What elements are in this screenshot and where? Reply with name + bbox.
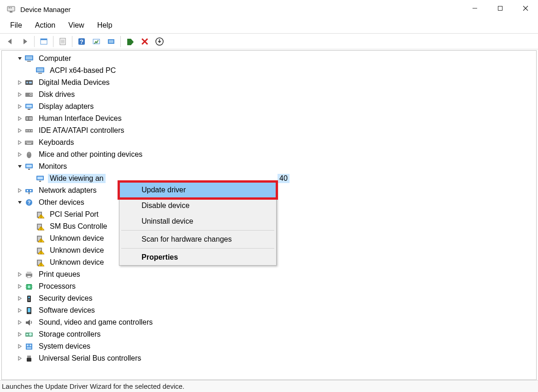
device-category[interactable]: IDE ATA/ATAPI controllers [2,125,536,137]
tree-label[interactable]: Mice and other pointing devices [37,150,144,159]
device-category[interactable]: Processors [2,280,536,292]
system-icon [24,341,34,351]
expand-arrow-icon[interactable] [16,342,24,350]
context-menu-properties[interactable]: Properties [119,249,276,265]
expand-arrow-icon[interactable] [16,306,24,315]
no-arrow [27,66,35,75]
tree-label[interactable]: Monitors [37,162,69,171]
tree-label[interactable]: System devices [37,342,92,351]
tree-label[interactable]: Universal Serial Bus controllers [37,354,143,363]
media-icon [24,77,34,88]
device-category[interactable]: Storage controllers [2,328,536,340]
context-menu-uninstall[interactable]: Uninstall device [119,214,276,229]
tree-label[interactable]: IDE ATA/ATAPI controllers [37,126,126,135]
expand-arrow-icon[interactable] [16,186,24,195]
warn-icon: ! [35,233,45,244]
tree-label[interactable]: Storage controllers [37,330,102,339]
tree-label[interactable]: Unknown device [48,246,106,255]
menu-view[interactable]: View [62,19,90,31]
minimize-button[interactable] [462,0,487,17]
forward-button[interactable] [18,35,31,48]
tree-label[interactable]: Processors [37,282,77,291]
svg-rect-58 [37,177,43,179]
tree-label[interactable]: Print queues [37,270,82,279]
close-button[interactable] [513,0,538,17]
update-driver-button[interactable] [105,35,118,48]
tree-label[interactable]: PCI Serial Port [48,210,101,219]
device-category[interactable]: Software devices [2,304,536,316]
device-category[interactable]: Sound, video and game controllers [2,316,536,328]
expand-arrow-icon[interactable] [16,114,24,123]
maximize-button[interactable] [487,0,513,17]
expand-arrow-icon[interactable] [16,150,24,159]
svg-text:!: ! [41,250,42,255]
device-category[interactable]: Universal Serial Bus controllers [2,352,536,364]
tree-label[interactable]: Wide viewing an [48,174,106,183]
expand-arrow-icon[interactable] [16,318,24,327]
expand-arrow-icon[interactable] [16,270,24,279]
title-bar[interactable]: Device Manager [0,0,538,18]
svg-rect-59 [39,181,41,182]
device-category[interactable]: Print queues [2,268,536,280]
tree-label[interactable]: Display adapters [37,102,95,111]
menu-action[interactable]: Action [29,19,62,31]
back-button[interactable] [4,35,17,48]
device-category[interactable]: Mice and other pointing devices [2,148,536,160]
device-category[interactable]: Monitors [2,160,536,172]
tree-label[interactable]: Keyboards [37,138,76,147]
action-button[interactable] [153,35,166,48]
help-button[interactable]: ? [75,35,88,48]
device-item[interactable]: ACPI x64-based PC [2,65,536,77]
context-menu-scan[interactable]: Scan for hardware changes [119,232,276,247]
tree-label[interactable]: Network adapters [37,186,98,195]
svg-rect-100 [27,344,29,346]
svg-point-95 [29,313,30,314]
device-category[interactable]: Security devices [2,292,536,304]
context-menu-disable[interactable]: Disable device [119,198,276,214]
device-category[interactable]: System devices [2,340,536,352]
expand-arrow-icon[interactable] [16,102,24,111]
expand-arrow-icon[interactable] [16,294,24,303]
expand-arrow-icon[interactable] [16,354,24,362]
tree-label[interactable]: Disk drives [37,90,77,99]
expand-arrow-icon[interactable] [16,282,24,291]
tree-label[interactable]: Unknown device [48,234,106,243]
tree-label[interactable]: Security devices [37,294,95,303]
expand-arrow-icon[interactable] [16,126,24,135]
expand-arrow-icon[interactable] [16,138,24,147]
properties-button[interactable] [56,35,69,48]
device-category[interactable]: Digital Media Devices [2,77,536,89]
device-category[interactable]: Computer [2,53,536,65]
menu-help[interactable]: Help [91,19,119,31]
expand-arrow-icon[interactable] [16,330,24,339]
tree-label[interactable]: ACPI x64-based PC [48,66,118,75]
tree-label[interactable]: Human Interface Devices [37,114,124,123]
device-category[interactable]: Keyboards [2,137,536,148]
tree-label[interactable]: Software devices [37,306,97,315]
svg-rect-83 [27,276,31,278]
tree-label[interactable]: Other devices [37,198,86,207]
tree-label[interactable]: Unknown device [48,258,106,267]
collapse-arrow-icon[interactable] [16,54,24,63]
collapse-arrow-icon[interactable] [16,198,24,207]
network-icon [24,185,34,196]
device-category[interactable]: Human Interface Devices [2,113,536,125]
scan-hardware-button[interactable] [90,35,103,48]
collapse-arrow-icon[interactable] [16,162,24,171]
menu-file[interactable]: File [4,19,29,31]
expand-arrow-icon[interactable] [16,78,24,87]
context-menu-update[interactable]: Update driver [119,182,276,198]
uninstall-button[interactable] [138,35,151,48]
svg-rect-61 [27,190,28,191]
tree-label[interactable]: Digital Media Devices [37,78,112,87]
enable-button[interactable] [124,35,136,48]
svg-text:!: ! [41,238,42,243]
device-category[interactable]: Display adapters [2,101,536,113]
tree-label[interactable]: Sound, video and game controllers [37,318,154,327]
tree-label[interactable]: SM Bus Controlle [48,222,109,231]
device-category[interactable]: Disk drives [2,89,536,101]
svg-rect-42 [26,130,28,131]
expand-arrow-icon[interactable] [16,90,24,99]
show-hidden-button[interactable] [37,35,50,48]
tree-label[interactable]: Computer [37,54,73,63]
